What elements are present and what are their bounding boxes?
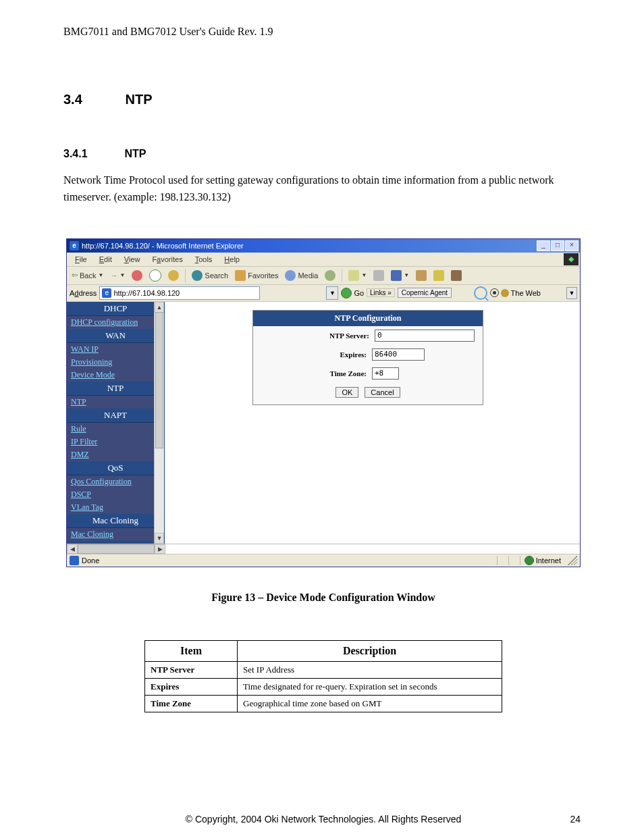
menu-view[interactable]: View <box>119 255 146 264</box>
sidebar-link-provisioning[interactable]: Provisioning <box>67 356 164 369</box>
sidebar-link-mac-cloning[interactable]: Mac Cloning <box>67 528 164 541</box>
stop-button[interactable] <box>130 270 144 281</box>
page-footer: © Copyright, 2004 Oki Network Technologi… <box>63 814 583 825</box>
doc-header: BMG7011 and BMG7012 User's Guide Rev. 1.… <box>63 26 583 38</box>
form-title: NTP Configuration <box>253 311 483 326</box>
sidebar-head-pstn: PSTN <box>67 541 164 544</box>
search-icon[interactable] <box>474 286 487 300</box>
window-title: http://67.104.98.120/ - Microsoft Intern… <box>82 242 244 250</box>
expires-label: Expires: <box>340 350 367 359</box>
nav-sidebar: DHCP DHCP configuration WAN WAN IP Provi… <box>67 302 165 544</box>
sidebar-head-napt: NAPT <box>67 409 164 423</box>
copernic-button[interactable]: Copernic Agent <box>398 288 452 298</box>
sidebar-link-vlan-tag[interactable]: VLan Tag <box>67 501 164 514</box>
subsection-heading: 3.4.1 NTP <box>63 148 583 160</box>
go-icon <box>341 288 352 298</box>
table-cell-item: Time Zone <box>145 695 238 712</box>
copyright: © Copyright, 2004 Oki Network Technologi… <box>93 814 554 825</box>
ntp-server-input[interactable] <box>375 330 475 342</box>
scroll-up-button[interactable]: ▲ <box>155 302 164 313</box>
ie-client-area: DHCP DHCP configuration WAN WAN IP Provi… <box>67 302 580 544</box>
ie-window: e http://67.104.98.120/ - Microsoft Inte… <box>66 238 581 567</box>
ie-menubar: File Edit View Favorites Tools Help ◆ <box>67 253 580 267</box>
ie-icon: e <box>70 241 79 251</box>
maximize-button[interactable]: □ <box>551 240 564 251</box>
address-value: http://67.104.98.120 <box>113 289 180 297</box>
section-heading: 3.4 NTP <box>63 92 583 107</box>
edit-button[interactable]: ▼ <box>389 270 411 281</box>
media-button[interactable]: Media <box>283 270 320 281</box>
ok-button[interactable]: OK <box>336 387 358 398</box>
forward-button[interactable]: →▼ <box>108 271 127 280</box>
menu-file[interactable]: File <box>70 255 92 264</box>
go-button[interactable]: Go <box>341 288 364 298</box>
sidebar-link-dmz[interactable]: DMZ <box>67 448 164 461</box>
status-text: Done <box>82 556 99 565</box>
table-cell-desc: Set IP Address <box>238 661 502 678</box>
minimize-button[interactable]: _ <box>537 240 550 251</box>
sidebar-link-rule[interactable]: Rule <box>67 423 164 436</box>
sidebar-link-dscp[interactable]: DSCP <box>67 488 164 501</box>
sidebar-link-dhcp-config[interactable]: DHCP configuration <box>67 316 164 329</box>
menu-tools[interactable]: Tools <box>190 255 218 264</box>
ntp-server-label: NTP Server: <box>329 332 369 340</box>
subsection-number: 3.4.1 <box>63 148 122 160</box>
menu-help[interactable]: Help <box>219 255 245 264</box>
description-table: Item Description NTP Server Set IP Addre… <box>144 640 502 712</box>
extra-button[interactable] <box>449 270 464 281</box>
menu-favorites[interactable]: Favorites <box>146 255 188 264</box>
expires-input[interactable] <box>372 348 425 361</box>
close-button[interactable]: × <box>565 240 579 251</box>
ie-titlebar: e http://67.104.98.120/ - Microsoft Inte… <box>67 239 580 253</box>
home-button[interactable] <box>166 270 181 281</box>
figure-caption: Figure 13 – Device Mode Configuration Wi… <box>63 592 583 604</box>
messenger-button[interactable] <box>431 270 446 281</box>
radio-icon <box>490 288 499 297</box>
links-button[interactable]: Links » <box>367 288 395 297</box>
hscroll-left-button[interactable]: ◀ <box>67 544 78 554</box>
scroll-thumb[interactable] <box>155 312 163 448</box>
cancel-button[interactable]: Cancel <box>365 387 400 398</box>
ie-statusbar: Done Internet <box>67 554 580 567</box>
section-title: NTP <box>126 92 153 107</box>
sidebar-vscrollbar[interactable]: ▲ ▼ <box>154 302 164 544</box>
search-scope-dropdown[interactable]: ▼ <box>566 287 577 299</box>
search-button[interactable]: Search <box>190 270 230 281</box>
section-number: 3.4 <box>63 92 122 107</box>
hscroll-right-button[interactable]: ▶ <box>155 544 165 554</box>
address-label: Address <box>70 289 97 297</box>
scroll-down-button[interactable]: ▼ <box>155 533 164 544</box>
table-row: Expires Time designated for re-query. Ex… <box>145 678 502 695</box>
ie-addressbar: Address e http://67.104.98.120 ▼ Go Link… <box>67 285 580 302</box>
mail-button[interactable]: ▼ <box>346 270 369 281</box>
sidebar-link-device-mode[interactable]: Device Mode <box>67 369 164 382</box>
sidebar-head-ntp: NTP <box>67 382 164 396</box>
resize-grip-icon[interactable] <box>568 556 577 565</box>
back-button[interactable]: ⇦Back▼ <box>70 271 105 280</box>
sidebar-link-wan-ip[interactable]: WAN IP <box>67 343 164 356</box>
sidebar-link-ntp[interactable]: NTP <box>67 396 164 409</box>
address-field[interactable]: e http://67.104.98.120 <box>99 286 260 300</box>
ntp-config-panel: NTP Configuration NTP Server: Expires: T… <box>252 310 483 405</box>
sidebar-head-mac-cloning: Mac Cloning <box>67 514 164 528</box>
print-button[interactable] <box>371 270 386 281</box>
table-head-item: Item <box>145 640 238 661</box>
hscroll-thumb[interactable] <box>78 544 155 554</box>
table-row: NTP Server Set IP Address <box>145 661 502 678</box>
timezone-input[interactable] <box>372 367 399 380</box>
the-web-radio[interactable]: The Web <box>490 288 541 297</box>
sidebar-link-ip-filter[interactable]: IP Filter <box>67 436 164 448</box>
refresh-button[interactable] <box>147 269 163 282</box>
table-row: Time Zone Geographical time zone based o… <box>145 695 502 712</box>
sidebar-link-qos-config[interactable]: Qos Configuration <box>67 475 164 488</box>
content-area: NTP Configuration NTP Server: Expires: T… <box>165 302 580 544</box>
timezone-label: Time Zone: <box>330 369 367 377</box>
menu-edit[interactable]: Edit <box>94 255 117 264</box>
address-dropdown-button[interactable]: ▼ <box>326 286 338 300</box>
history-button[interactable] <box>323 270 338 281</box>
sidebar-head-qos: QoS <box>67 461 164 475</box>
favorites-button[interactable]: Favorites <box>233 270 280 281</box>
table-cell-desc: Geographical time zone based on GMT <box>238 695 502 712</box>
sidebar-hscrollbar[interactable]: ◀ ▶ <box>67 544 580 554</box>
discuss-button[interactable] <box>414 270 429 281</box>
